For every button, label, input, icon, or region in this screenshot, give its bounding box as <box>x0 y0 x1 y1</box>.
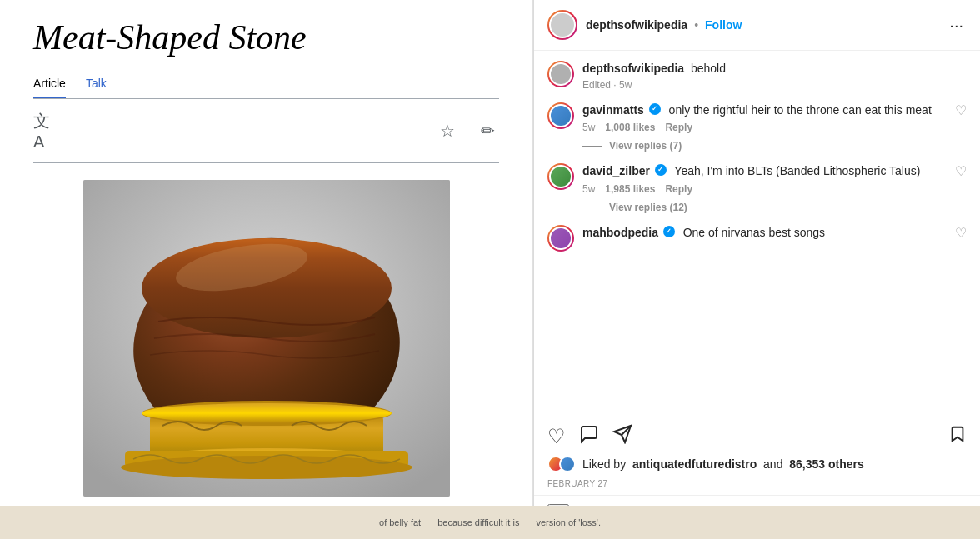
comment-1-time: 5w <box>582 122 595 133</box>
comment-1-view-replies-text[interactable]: View replies (7) <box>609 140 682 152</box>
likes-text: Liked by antiquatedfuturedistro and 86,3… <box>582 457 864 471</box>
comment-avatar-1[interactable] <box>548 102 574 129</box>
comment-avatar-2[interactable] <box>548 163 574 190</box>
likes-avatar-2 <box>559 456 576 472</box>
comment-1-view-replies[interactable]: View replies (7) <box>582 140 967 152</box>
avatar-image <box>549 12 576 38</box>
comment-1-verified <box>649 103 661 115</box>
comment-row-1: gavinmatts only the rightful heir to the… <box>548 102 967 152</box>
star-icon[interactable]: ☆ <box>436 119 459 142</box>
stone-svg <box>83 180 450 497</box>
comment-1-likes: 1,008 likes <box>605 122 655 133</box>
wiki-image-container <box>33 180 499 497</box>
comment-3-content: One of nirvanas best songs <box>683 226 825 239</box>
bottom-strip: of belly fat because difficult it is ver… <box>0 506 533 539</box>
edited-label: Edited · 5w <box>582 79 967 91</box>
edit-icon[interactable]: ✏ <box>476 119 499 142</box>
wiki-tab-bar: Article Talk <box>33 72 499 99</box>
liked-by-username[interactable]: antiquatedfuturedistro <box>632 457 757 471</box>
wikipedia-panel: Meat-Shaped Stone Article Talk 文A ☆ ✏ <box>0 0 533 539</box>
comment-1-text: gavinmatts only the rightful heir to the… <box>582 102 932 119</box>
svg-point-6 <box>142 403 392 423</box>
bottom-text-1: of belly fat <box>379 517 421 527</box>
follow-button[interactable]: Follow <box>705 18 742 32</box>
comment-1-content: only the rightful heir to the throne can… <box>669 103 932 117</box>
comment-avatar-2-image <box>549 165 572 188</box>
comment-2-meta: 5w 1,985 likes Reply <box>582 183 967 195</box>
caption-username[interactable]: depthsofwikipedia <box>582 62 684 75</box>
tab-talk[interactable]: Talk <box>86 72 107 98</box>
header-dot: • <box>694 18 698 32</box>
comment-3-like-icon[interactable]: ♡ <box>955 225 967 241</box>
comment-2-content: Yeah, I'm into BLTs (Banded Lithospheric… <box>674 164 920 177</box>
comment-row-2: david_zilber Yeah, I'm into BLTs (Banded… <box>548 163 967 213</box>
comment-row-3: mahbodpedia One of nirvanas best songs ♡ <box>548 225 967 252</box>
instagram-panel: depthsofwikipedia • Follow ··· depthsofw… <box>533 0 980 539</box>
header-username[interactable]: depthsofwikipedia <box>586 18 688 32</box>
article-title: Meat-Shaped Stone <box>33 17 499 58</box>
comment-3-inner: mahbodpedia One of nirvanas best songs ♡ <box>582 225 967 242</box>
comment-button[interactable] <box>579 424 599 449</box>
ellipsis-icon: ··· <box>949 16 963 35</box>
comment-2-reply-button[interactable]: Reply <box>665 183 692 195</box>
wiki-toolbar-right: ☆ ✏ <box>436 119 499 142</box>
likes-section: Liked by antiquatedfuturedistro and 86,3… <box>534 452 980 476</box>
share-icon <box>612 424 632 444</box>
likes-count[interactable]: 86,353 others <box>789 457 864 471</box>
header-info: depthsofwikipedia • Follow <box>586 18 946 32</box>
comment-3-username[interactable]: mahbodpedia <box>582 226 658 239</box>
comment-3-verified <box>663 226 675 237</box>
wiki-divider <box>33 162 499 163</box>
caption-content: behold <box>691 62 726 75</box>
caption-avatar[interactable] <box>548 61 574 87</box>
comment-2-text: david_zilber Yeah, I'm into BLTs (Banded… <box>582 163 920 180</box>
caption-row: depthsofwikipedia behold Edited · 5w <box>548 61 967 91</box>
and-label: and <box>763 457 782 471</box>
caption-body: depthsofwikipedia behold Edited · 5w <box>582 61 967 91</box>
action-icons: ♡ <box>548 424 967 449</box>
comment-1-reply-button[interactable]: Reply <box>665 122 692 133</box>
share-button[interactable] <box>612 424 632 449</box>
like-button[interactable]: ♡ <box>548 425 566 448</box>
comment-1-meta: 5w 1,008 likes Reply <box>582 122 967 133</box>
caption-avatar-image <box>549 62 572 86</box>
comment-2-inner: david_zilber Yeah, I'm into BLTs (Banded… <box>582 163 967 213</box>
comment-2-header: david_zilber Yeah, I'm into BLTs (Banded… <box>582 163 967 180</box>
bookmark-icon <box>948 425 967 443</box>
likes-avatars: Liked by antiquatedfuturedistro and 86,3… <box>548 456 967 472</box>
bottom-text-2: because difficult it is <box>438 517 519 527</box>
post-date: FEBRUARY 27 <box>534 476 980 495</box>
meat-stone-image <box>83 180 450 497</box>
comment-icon <box>579 424 599 444</box>
comment-avatar-1-image <box>549 104 572 127</box>
comment-2-verified <box>655 164 667 176</box>
comment-1-header: gavinmatts only the rightful heir to the… <box>582 102 967 119</box>
view-replies-line-2 <box>582 207 602 207</box>
comment-avatar-3-image <box>549 227 572 250</box>
view-replies-line-1 <box>582 146 602 147</box>
more-options-button[interactable]: ··· <box>946 12 967 38</box>
bookmark-button[interactable] <box>948 425 967 448</box>
likes-avatar-group <box>548 456 571 472</box>
comments-section[interactable]: depthsofwikipedia behold Edited · 5w gav… <box>534 51 980 417</box>
comment-3-header: mahbodpedia One of nirvanas best songs ♡ <box>582 225 967 242</box>
comment-2-view-replies[interactable]: View replies (12) <box>582 202 967 213</box>
comment-2-username[interactable]: david_zilber <box>582 164 650 177</box>
liked-by-label: Liked by <box>582 457 626 471</box>
tab-article[interactable]: Article <box>33 72 66 98</box>
ig-header: depthsofwikipedia • Follow ··· <box>534 0 980 51</box>
comment-1-inner: gavinmatts only the rightful heir to the… <box>582 102 967 152</box>
translate-icon[interactable]: 文A <box>33 119 57 142</box>
comment-2-like-icon[interactable]: ♡ <box>955 163 967 179</box>
comment-3-text: mahbodpedia One of nirvanas best songs <box>582 225 825 242</box>
profile-avatar[interactable] <box>548 10 578 40</box>
action-bar: ♡ <box>534 417 980 452</box>
comment-avatar-3[interactable] <box>548 225 574 252</box>
comment-2-view-replies-text[interactable]: View replies (12) <box>609 202 688 213</box>
wiki-toolbar: 文A ☆ ✏ <box>33 112 499 149</box>
comment-1-like-icon[interactable]: ♡ <box>955 102 967 118</box>
caption-text: depthsofwikipedia behold <box>582 61 967 77</box>
comment-2-time: 5w <box>582 183 595 195</box>
comment-2-likes: 1,985 likes <box>605 183 655 195</box>
comment-1-username[interactable]: gavinmatts <box>582 103 644 117</box>
